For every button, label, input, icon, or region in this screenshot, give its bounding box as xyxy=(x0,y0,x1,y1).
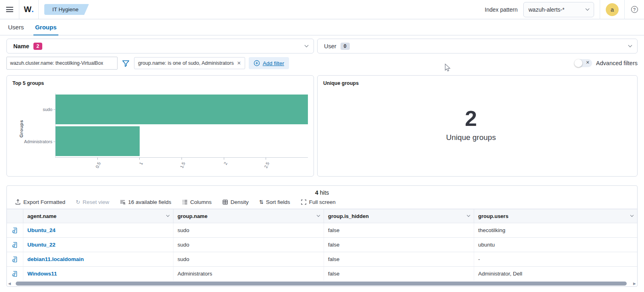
chart-title: Top 5 groups xyxy=(12,80,308,86)
logo-text: W xyxy=(24,5,31,14)
bar-sudo[interactable] xyxy=(56,95,308,124)
sort-fields-button[interactable]: ⇅ Sort fields xyxy=(259,199,290,205)
toggle-x-icon: ✕ xyxy=(586,60,590,65)
search-input[interactable] xyxy=(6,57,118,70)
user-filter-count-badge: 0 xyxy=(341,43,350,50)
x-tick xyxy=(139,158,140,160)
main-content: Name 2 User 0 group.name: is one of sudo… xyxy=(0,39,644,287)
tab-groups[interactable]: Groups xyxy=(35,19,56,35)
column-header-agent-name[interactable]: agent.name xyxy=(23,209,173,223)
help-button[interactable]: ? xyxy=(625,6,644,13)
fields-list-icon xyxy=(120,199,126,205)
group-users-cell: - xyxy=(474,252,637,266)
x-tick xyxy=(182,158,182,160)
metric-value: 2 xyxy=(446,107,496,129)
group-users-cell: ubuntu xyxy=(474,238,637,252)
chevron-down-icon xyxy=(317,214,320,217)
advanced-filters-toggle[interactable]: ✕ xyxy=(574,59,592,67)
name-filter-count-badge: 2 xyxy=(33,43,43,50)
column-header-group-name[interactable]: group.name xyxy=(173,209,324,223)
inspect-document-button[interactable] xyxy=(7,267,23,281)
density-button[interactable]: Density xyxy=(222,199,249,205)
user-filter-label: User xyxy=(324,43,336,49)
filter-pill-text: group.name: is one of sudo, Administrato… xyxy=(138,60,234,66)
plus-circle-icon xyxy=(254,60,260,66)
chevron-down-icon xyxy=(166,214,169,217)
metric-title: Unique groups xyxy=(323,80,632,86)
hamburger-menu-button[interactable] xyxy=(0,0,19,19)
hits-count: 4 hits xyxy=(7,186,637,196)
agent-name-link[interactable]: Ubuntu_22 xyxy=(23,238,173,252)
table-header-row: agent.name group.name group.is_hidden gr… xyxy=(7,209,637,223)
tab-bar: Users Groups xyxy=(0,19,644,35)
horizontal-scrollbar: ◀ ▶ xyxy=(7,281,637,286)
filter-row: group.name: is one of sudo, Administrato… xyxy=(6,57,638,70)
agent-name-link[interactable]: debian11.localdomain xyxy=(23,252,173,266)
tab-users[interactable]: Users xyxy=(8,19,24,35)
reset-icon: ↻ xyxy=(76,199,80,205)
available-fields-button[interactable]: 16 available fields xyxy=(120,199,171,205)
inspect-document-button[interactable] xyxy=(7,223,23,237)
chevron-down-icon xyxy=(586,7,590,11)
x-tick-label: 1 xyxy=(138,161,144,166)
index-pattern-label: Index pattern xyxy=(485,6,518,13)
chevron-down-icon xyxy=(467,214,470,217)
full-screen-button[interactable]: Full screen xyxy=(301,199,336,205)
top-groups-chart-panel: Top 5 groups Groups sudoAdministrators 0… xyxy=(6,75,314,177)
hamburger-icon xyxy=(6,7,13,8)
index-pattern-select[interactable]: wazuh-alerts-* xyxy=(523,2,594,17)
toggle-knob xyxy=(574,59,582,67)
unique-groups-metric-panel: Unique groups 2 Unique groups xyxy=(317,75,638,177)
group-is-hidden-cell: false xyxy=(324,238,474,252)
agent-name-link[interactable]: Ubuntu_24 xyxy=(23,223,173,237)
reset-view-button[interactable]: ↻ Reset view xyxy=(76,199,109,205)
agent-name-link[interactable]: Windows11 xyxy=(23,267,173,281)
group-is-hidden-cell: false xyxy=(324,267,474,281)
inspect-document-icon xyxy=(12,256,18,263)
add-filter-button[interactable]: Add filter xyxy=(249,57,289,69)
top-header: W. IT Hygiene Index pattern wazuh-alerts… xyxy=(0,0,644,19)
columns-button[interactable]: Columns xyxy=(182,199,212,205)
bar-Administrators[interactable] xyxy=(56,126,140,156)
results-table-panel: 4 hits Export Formatted ↻ Reset view 16 … xyxy=(6,185,638,287)
filter-pill-group-name[interactable]: group.name: is one of sudo, Administrato… xyxy=(134,57,245,69)
fullscreen-icon xyxy=(301,199,307,205)
group-users-cell: thecotilking xyxy=(474,223,637,237)
chart-y-axis-label: Groups xyxy=(19,120,24,138)
column-header-group-is-hidden[interactable]: group.is_hidden xyxy=(324,209,474,223)
inspect-document-button[interactable] xyxy=(7,238,23,252)
group-name-cell: sudo xyxy=(173,252,324,266)
index-pattern-value: wazuh-alerts-* xyxy=(528,6,564,13)
wazuh-logo[interactable]: W. xyxy=(19,0,39,19)
export-icon xyxy=(15,199,21,205)
column-header-group-users[interactable]: group.users xyxy=(474,209,637,223)
x-tick-label: 1.5 xyxy=(179,161,186,169)
inspect-document-icon xyxy=(12,242,18,248)
remove-filter-icon[interactable]: ✕ xyxy=(237,60,241,66)
scroll-left-arrow[interactable]: ◀ xyxy=(8,282,11,286)
chart-bars xyxy=(55,93,308,158)
help-icon: ? xyxy=(631,6,638,13)
app-badge: IT Hygiene xyxy=(44,4,89,15)
chart-category-labels: sudoAdministrators xyxy=(21,93,55,158)
divider xyxy=(600,0,600,19)
user-filter-accordion[interactable]: User 0 xyxy=(317,39,638,53)
inspect-document-button[interactable] xyxy=(7,252,23,266)
filter-funnel-icon[interactable] xyxy=(121,60,130,67)
x-tick xyxy=(224,158,224,160)
table-row: Windows11 Administrators false Administr… xyxy=(7,266,637,281)
chart-xaxis: 0.511.522.5 xyxy=(55,158,308,175)
advanced-filters-label: Advanced filters xyxy=(596,60,638,66)
group-is-hidden-cell: false xyxy=(324,223,474,237)
export-formatted-button[interactable]: Export Formatted xyxy=(15,199,65,205)
scroll-right-arrow[interactable]: ▶ xyxy=(633,282,636,286)
scrollbar-thumb[interactable] xyxy=(16,282,627,286)
logo-dot: . xyxy=(31,5,34,14)
avatar[interactable]: a xyxy=(606,3,619,16)
chart-category-label: sudo xyxy=(21,93,55,125)
inspect-document-icon xyxy=(12,227,18,234)
table-row: Ubuntu_22 sudo false ubuntu xyxy=(7,237,637,252)
columns-icon xyxy=(182,199,188,205)
x-tick-label: 0.5 xyxy=(95,161,101,169)
name-filter-accordion[interactable]: Name 2 xyxy=(6,39,314,53)
